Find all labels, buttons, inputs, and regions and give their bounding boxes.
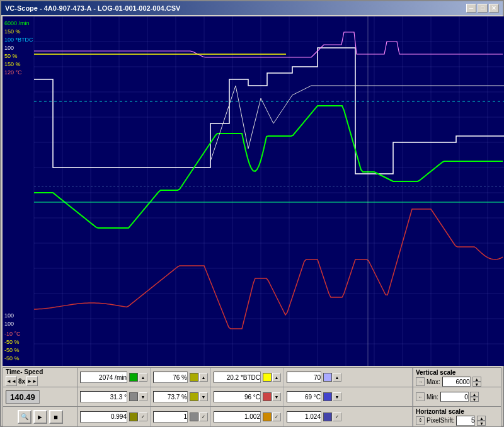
pixel-shift-label: PixelShift:: [427, 417, 454, 424]
vscale-min-input[interactable]: [440, 392, 469, 402]
cell-val4: ✓: [284, 407, 413, 426]
maximize-button[interactable]: □: [478, 4, 488, 13]
btdc-arrow-up[interactable]: ▲: [272, 373, 281, 382]
temp1-input[interactable]: [214, 391, 261, 402]
val70-arrow-up[interactable]: ▲: [333, 373, 341, 382]
vscale-max-row: → Max: ▲ ▼: [416, 377, 498, 387]
vscale-min-icon: ←: [416, 392, 425, 401]
vscale-min-up[interactable]: ▲: [470, 392, 479, 397]
pct1-input[interactable]: [153, 372, 188, 383]
pixel-shift-arrows: ▲ ▼: [477, 416, 486, 426]
val2-check[interactable]: ✓: [199, 413, 208, 421]
cell-temp1: ▼: [211, 387, 284, 406]
y-label-100b: 100: [4, 312, 14, 320]
rpm-input[interactable]: [80, 372, 127, 383]
pct2-arrow-down[interactable]: ▼: [199, 392, 208, 401]
val70-input[interactable]: [287, 372, 321, 383]
vscale-min-section: ← Min: ▲ ▼: [413, 387, 501, 406]
temp2-color: [323, 392, 332, 401]
vertical-scale-section: Vertical scale → Max: ▲ ▼: [413, 368, 501, 387]
cell-temp2: ▼: [284, 387, 413, 406]
cell-pct2: ▼: [151, 387, 211, 406]
y-label-120c: 120 °C: [4, 69, 33, 77]
title-bar: VC-Scope - 4A0-907-473-A - LOG-01-001-00…: [1, 1, 503, 15]
vscale-max-icon: →: [416, 377, 425, 386]
chart-area: 6000 /min 150 % 100 *BTDC 100 50 % 150 %…: [3, 16, 504, 366]
vertical-scale-label: Vertical scale: [416, 369, 498, 376]
vscale-min-arrows: ▲ ▼: [470, 392, 479, 402]
cell-val3: ✓: [211, 407, 284, 426]
angle-input[interactable]: [80, 391, 127, 402]
hscale-icon: ⇕: [416, 416, 425, 425]
pixel-shift-row: ⇕ PixelShift: ▲ ▼: [416, 416, 498, 426]
close-button[interactable]: ✕: [489, 4, 499, 13]
main-window: VC-Scope - 4A0-907-473-A - LOG-01-001-00…: [0, 0, 504, 427]
pct1-color: [190, 373, 198, 382]
val3-input[interactable]: [214, 411, 261, 423]
y-label-rpm: 6000 /min: [4, 20, 33, 28]
vscale-max-arrows: ▲ ▼: [472, 377, 481, 387]
data-cells-row1: ▲ ▲ ▲ ▲: [77, 368, 413, 387]
vscale-min-label: Min:: [427, 394, 438, 401]
pixel-shift-input[interactable]: [456, 416, 475, 426]
window-title: VC-Scope - 4A0-907-473-A - LOG-01-001-00…: [5, 4, 180, 12]
temp2-input[interactable]: [287, 391, 321, 402]
pct2-color: [190, 392, 198, 401]
y-label-neg50b: -50 %: [4, 346, 21, 355]
y-label-150pct: 150 %: [4, 60, 33, 69]
val3-check[interactable]: ✓: [272, 413, 281, 421]
btdc-color: [263, 373, 272, 382]
vscale-max-up[interactable]: ▲: [472, 377, 481, 382]
angle-arrow-down[interactable]: ▼: [139, 392, 147, 401]
time-value-section: 140.49: [3, 387, 77, 406]
y-axis-labels-bottom: 100 100: [4, 312, 14, 328]
vscale-max-down[interactable]: ▼: [472, 382, 481, 387]
window-controls: ─ □ ✕: [466, 4, 499, 13]
hscale-section: Horizontal scale ⇕ PixelShift: ▲ ▼: [413, 407, 501, 426]
y-label-100a: 100: [4, 44, 33, 52]
data-row-3: 🔍 ► ■ ✓ ✓ ✓: [3, 407, 501, 426]
vscale-max-input[interactable]: [442, 377, 471, 387]
y-label-neg10: -10 °C: [4, 330, 21, 338]
data-cells-row2: ▼ ▼ ▼ ▼: [77, 387, 413, 406]
fastforward-button[interactable]: ►►: [26, 376, 38, 386]
val4-check[interactable]: ✓: [333, 413, 341, 421]
hscale-label: Horizontal scale: [416, 408, 498, 415]
y-label-btdc: 100 *BTDC: [4, 36, 33, 44]
val70-color: [323, 373, 332, 382]
time-value: 140.49: [6, 390, 40, 404]
val2-input[interactable]: [153, 411, 188, 423]
pct2-input[interactable]: [153, 391, 188, 402]
angle-color: [129, 392, 138, 401]
cell-angle: ▼: [77, 387, 151, 406]
val1-check[interactable]: ✓: [139, 413, 147, 421]
val1-input[interactable]: [80, 411, 127, 423]
val1-color: [129, 413, 138, 421]
cell-pct1: ▲: [151, 368, 211, 387]
speed-controls: ◄◄ 8x ►►: [6, 376, 74, 386]
y-axis-labels-neg: -10 °C -50 % -50 % -50 %: [4, 330, 21, 363]
data-cells-row3: ✓ ✓ ✓ ✓: [77, 407, 413, 426]
pixel-shift-up[interactable]: ▲: [477, 416, 486, 421]
cell-val2: ✓: [151, 407, 211, 426]
y-axis-labels: 6000 /min 150 % 100 *BTDC 100 50 % 150 %…: [4, 20, 33, 77]
y-label-50pct: 50 %: [4, 52, 33, 60]
cell-btdc: ▲: [211, 368, 284, 387]
pct1-arrow-up[interactable]: ▲: [199, 373, 208, 382]
y-label-pct1: 150 %: [4, 28, 33, 36]
vscale-min-down[interactable]: ▼: [470, 397, 479, 402]
rpm-color: [129, 373, 138, 382]
btdc-input[interactable]: [214, 372, 261, 383]
pixel-shift-down[interactable]: ▼: [477, 421, 486, 426]
search-button[interactable]: 🔍: [18, 410, 32, 424]
temp2-arrow-down[interactable]: ▼: [333, 392, 341, 401]
oscilloscope-chart: [3, 16, 504, 366]
temp1-arrow-down[interactable]: ▼: [272, 392, 281, 401]
data-row-2: 140.49 ▼ ▼ ▼: [3, 387, 501, 407]
val4-input[interactable]: [287, 411, 321, 423]
play-button[interactable]: ►: [33, 410, 47, 424]
rpm-arrow-up[interactable]: ▲: [139, 373, 147, 382]
minimize-button[interactable]: ─: [466, 4, 476, 13]
rewind-button[interactable]: ◄◄: [6, 376, 17, 386]
stop-button[interactable]: ■: [49, 410, 63, 424]
